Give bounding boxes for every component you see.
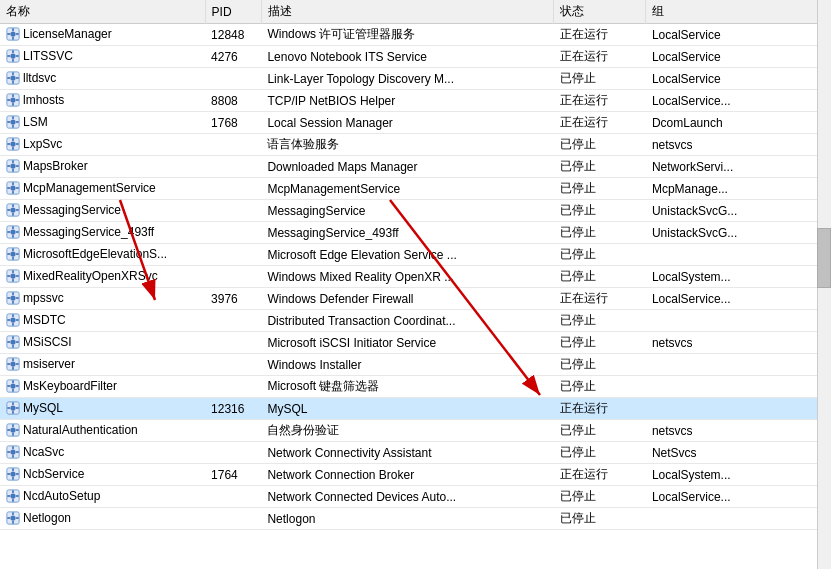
svg-rect-20: [12, 94, 14, 97]
table-row[interactable]: MessagingServiceMessagingService已停止Unist…: [0, 200, 831, 222]
cell-pid: [205, 222, 261, 244]
svg-rect-107: [16, 407, 19, 409]
svg-rect-110: [12, 424, 14, 427]
table-row[interactable]: McpManagementServiceMcpManagementService…: [0, 178, 831, 200]
table-row[interactable]: LITSSVC4276Lenovo Notebook ITS Service正在…: [0, 46, 831, 68]
service-icon: [6, 225, 20, 239]
service-icon: [6, 489, 20, 503]
table-row[interactable]: NetlogonNetlogon已停止: [0, 508, 831, 530]
cell-pid: 4276: [205, 46, 261, 68]
cell-name: MessagingService_493ff: [0, 222, 205, 244]
svg-rect-39: [12, 169, 14, 172]
cell-name: MicrosoftEdgeElevationS...: [0, 244, 205, 266]
svg-rect-47: [16, 187, 19, 189]
svg-rect-117: [12, 455, 14, 458]
cell-desc: Distributed Transaction Coordinat...: [261, 310, 553, 332]
table-row[interactable]: MapsBrokerDownloaded Maps Manager已停止Netw…: [0, 156, 831, 178]
table-row[interactable]: NcdAutoSetupNetwork Connected Devices Au…: [0, 486, 831, 508]
service-icon: [6, 445, 20, 459]
table-row[interactable]: NcaSvcNetwork Connectivity Assistant已停止N…: [0, 442, 831, 464]
header-status[interactable]: 状态: [554, 0, 646, 24]
cell-pid: [205, 332, 261, 354]
table-row[interactable]: MessagingService_493ffMessagingService_4…: [0, 222, 831, 244]
svg-rect-70: [7, 275, 10, 277]
service-name: lmhosts: [23, 93, 64, 107]
svg-rect-17: [16, 77, 19, 79]
scrollbar-thumb[interactable]: [817, 228, 831, 288]
table-row[interactable]: msiserverWindows Installer已停止: [0, 354, 831, 376]
table-row[interactable]: MSDTCDistributed Transaction Coordinat..…: [0, 310, 831, 332]
cell-group: UnistackSvcG...: [646, 222, 831, 244]
svg-rect-64: [7, 253, 10, 255]
table-row[interactable]: MySQL12316MySQL正在运行: [0, 398, 831, 420]
svg-rect-26: [12, 116, 14, 119]
svg-rect-8: [12, 50, 14, 53]
cell-status: 已停止: [554, 156, 646, 178]
table-row[interactable]: lltdsvcLink-Layer Topology Discovery M..…: [0, 68, 831, 90]
svg-rect-11: [16, 55, 19, 57]
svg-rect-88: [7, 341, 10, 343]
svg-rect-89: [16, 341, 19, 343]
svg-rect-41: [16, 165, 19, 167]
table-row[interactable]: MSiSCSIMicrosoft iSCSI Initiator Service…: [0, 332, 831, 354]
cell-status: 已停止: [554, 266, 646, 288]
svg-point-85: [10, 339, 15, 344]
cell-group: netsvcs: [646, 332, 831, 354]
table-row[interactable]: lmhosts8808TCP/IP NetBIOS Helper正在运行Loca…: [0, 90, 831, 112]
cell-status: 已停止: [554, 442, 646, 464]
cell-group: [646, 376, 831, 398]
table-row[interactable]: MicrosoftEdgeElevationS...Microsoft Edge…: [0, 244, 831, 266]
scrollbar[interactable]: [817, 0, 831, 569]
svg-point-7: [10, 53, 15, 58]
svg-rect-135: [12, 521, 14, 524]
svg-rect-2: [12, 28, 14, 31]
svg-rect-16: [7, 77, 10, 79]
header-pid[interactable]: PID: [205, 0, 261, 24]
svg-rect-59: [16, 231, 19, 233]
cell-group: netsvcs: [646, 134, 831, 156]
cell-name: MessagingService: [0, 200, 205, 222]
service-name: msiserver: [23, 357, 75, 371]
cell-desc: Microsoft iSCSI Initiator Service: [261, 332, 553, 354]
cell-desc: Windows Defender Firewall: [261, 288, 553, 310]
table-body: LicenseManager12848Windows 许可证管理器服务正在运行L…: [0, 24, 831, 530]
cell-status: 已停止: [554, 178, 646, 200]
table-row[interactable]: MixedRealityOpenXRSvcWindows Mixed Reali…: [0, 266, 831, 288]
table-row[interactable]: mpssvc3976Windows Defender Firewall正在运行L…: [0, 288, 831, 310]
svg-point-13: [10, 75, 15, 80]
svg-rect-98: [12, 380, 14, 383]
table-row[interactable]: NaturalAuthentication自然身份验证已停止netsvcs: [0, 420, 831, 442]
svg-rect-112: [7, 429, 10, 431]
cell-pid: 1764: [205, 464, 261, 486]
svg-point-61: [10, 251, 15, 256]
cell-status: 正在运行: [554, 464, 646, 486]
service-name: Netlogon: [23, 511, 71, 525]
cell-group: netsvcs: [646, 420, 831, 442]
header-desc[interactable]: 描述: [261, 0, 553, 24]
service-icon: [6, 247, 20, 261]
service-icon: [6, 181, 20, 195]
cell-status: 正在运行: [554, 24, 646, 46]
service-name: NaturalAuthentication: [23, 423, 138, 437]
cell-name: LITSSVC: [0, 46, 205, 68]
cell-name: MsKeyboardFilter: [0, 376, 205, 398]
header-name[interactable]: 名称: [0, 0, 205, 24]
table-row[interactable]: LxpSvc语言体验服务已停止netsvcs: [0, 134, 831, 156]
table-row[interactable]: LicenseManager12848Windows 许可证管理器服务正在运行L…: [0, 24, 831, 46]
svg-point-73: [10, 295, 15, 300]
cell-status: 已停止: [554, 68, 646, 90]
svg-rect-71: [16, 275, 19, 277]
cell-desc: Microsoft 键盘筛选器: [261, 376, 553, 398]
services-table-container: 名称 PID 描述 状态 组 LicenseManager12848Window…: [0, 0, 831, 569]
table-row[interactable]: NcbService1764Network Connection Broker正…: [0, 464, 831, 486]
table-row[interactable]: LSM1768Local Session Manager正在运行DcomLaun…: [0, 112, 831, 134]
service-icon: [6, 357, 20, 371]
svg-point-127: [10, 493, 15, 498]
cell-group: [646, 310, 831, 332]
service-icon: [6, 269, 20, 283]
table-row[interactable]: MsKeyboardFilterMicrosoft 键盘筛选器已停止: [0, 376, 831, 398]
cell-group: LocalService: [646, 46, 831, 68]
cell-desc: 自然身份验证: [261, 420, 553, 442]
svg-rect-22: [7, 99, 10, 101]
header-group[interactable]: 组: [646, 0, 831, 24]
